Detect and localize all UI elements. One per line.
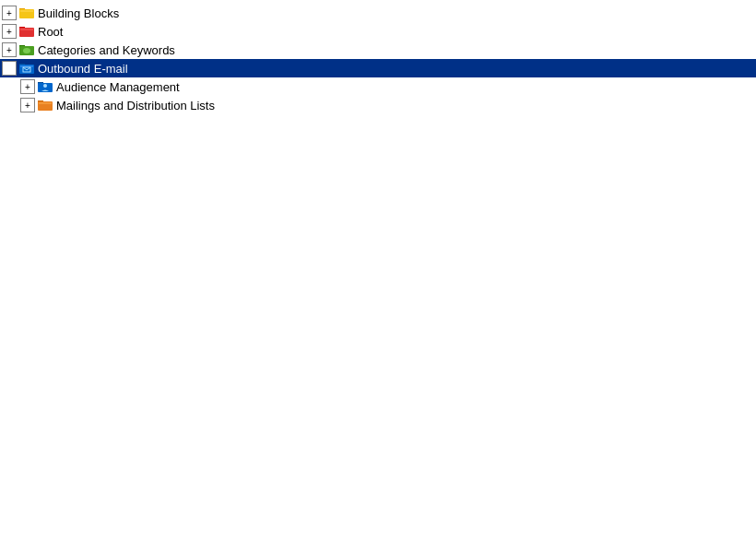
svg-point-8: [23, 48, 30, 53]
tree-item-root[interactable]: +Root: [0, 22, 756, 41]
tree-item-audience-management[interactable]: +Audience Management: [0, 77, 756, 96]
tree-item-categories-keywords[interactable]: +Categories and Keywords: [0, 41, 756, 59]
toggle-audience-management[interactable]: +: [20, 79, 35, 94]
label-mailings-distribution: Mailings and Distribution Lists: [56, 99, 215, 112]
label-building-blocks: Building Blocks: [38, 6, 119, 20]
folder-icon-building-blocks: [18, 5, 35, 21]
tree-item-building-blocks[interactable]: +Building Blocks: [0, 4, 756, 22]
tree-item-outbound-email[interactable]: -Outbound E-mail: [0, 59, 756, 77]
folder-icon-mailings-distribution: [37, 97, 53, 113]
folder-icon-audience-management: [37, 78, 53, 95]
svg-rect-2: [20, 10, 33, 12]
toggle-outbound-email[interactable]: -: [2, 61, 17, 76]
toggle-mailings-distribution[interactable]: +: [20, 98, 35, 112]
folder-icon-categories-keywords: [18, 41, 35, 58]
tree-container: +Building Blocks+Root+Categories and Key…: [0, 0, 756, 118]
toggle-building-blocks[interactable]: +: [2, 6, 17, 20]
svg-rect-5: [20, 29, 33, 30]
label-outbound-email: Outbound E-mail: [38, 62, 128, 76]
folder-icon-root: [18, 23, 35, 40]
tree-item-mailings-distribution[interactable]: +Mailings and Distribution Lists: [0, 96, 756, 114]
label-categories-keywords: Categories and Keywords: [38, 43, 175, 57]
label-audience-management: Audience Management: [56, 80, 180, 94]
svg-rect-20: [39, 102, 52, 104]
toggle-root[interactable]: +: [2, 24, 17, 39]
toggle-categories-keywords[interactable]: +: [2, 42, 17, 57]
folder-icon-outbound-email: [18, 60, 35, 77]
label-root: Root: [38, 25, 63, 39]
svg-point-17: [43, 84, 47, 88]
